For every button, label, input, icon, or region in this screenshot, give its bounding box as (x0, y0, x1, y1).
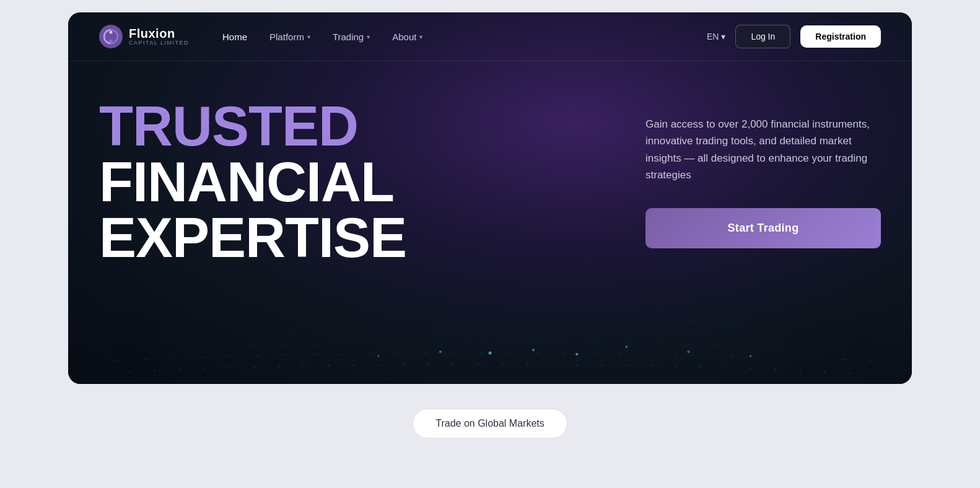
svg-point-27 (799, 370, 801, 372)
svg-point-74 (688, 343, 689, 344)
hero-title: TRUSTED FINANCIAL EXPERTISE (99, 98, 406, 266)
start-trading-button[interactable]: Start Trading (645, 208, 881, 248)
nav-item-trading[interactable]: Trading ▾ (324, 27, 378, 47)
svg-point-68 (502, 342, 503, 343)
svg-point-17 (551, 364, 553, 365)
svg-point-1 (154, 370, 156, 372)
logo[interactable]: Fluxion CAPITAL LIMITED (99, 25, 189, 48)
svg-point-69 (533, 342, 534, 343)
hero-card: Fluxion CAPITAL LIMITED Home Platform ▾ … (68, 12, 912, 384)
nav-right: EN ▾ Log In Registration (707, 25, 881, 48)
svg-point-118 (687, 351, 689, 353)
svg-point-71 (595, 342, 596, 343)
svg-point-116 (439, 351, 442, 353)
svg-point-39 (369, 353, 370, 354)
svg-point-84 (403, 331, 404, 333)
hero-left: TRUSTED FINANCIAL EXPERTISE (99, 98, 406, 266)
svg-point-7 (303, 365, 305, 367)
svg-point-25 (750, 367, 751, 369)
svg-point-46 (564, 352, 565, 354)
svg-point-51 (703, 354, 704, 355)
svg-point-41 (424, 352, 426, 354)
svg-point-21 (650, 365, 652, 367)
svg-line-121 (378, 322, 428, 378)
svg-point-24 (725, 367, 727, 368)
svg-point-78 (812, 346, 813, 347)
svg-point-117 (377, 355, 380, 357)
logo-subtitle: CAPITAL LIMITED (129, 40, 189, 46)
svg-point-4 (229, 367, 230, 368)
svg-point-18 (576, 364, 578, 366)
svg-point-26 (774, 368, 776, 370)
nav-item-about[interactable]: About ▾ (383, 27, 431, 47)
hero-title-line1: TRUSTED (99, 98, 406, 154)
svg-point-125 (110, 40, 113, 43)
svg-point-72 (626, 342, 627, 344)
nav-item-platform[interactable]: Platform ▾ (261, 27, 319, 47)
bottom-section: Trade on Global Markets (413, 409, 567, 438)
svg-point-8 (328, 365, 330, 367)
svg-point-29 (849, 372, 851, 374)
svg-point-28 (824, 371, 826, 373)
svg-point-23 (700, 366, 702, 368)
svg-point-114 (575, 353, 578, 355)
nav-links: Home Platform ▾ Trading ▾ About ▾ (214, 27, 431, 47)
svg-point-61 (285, 344, 286, 346)
lang-chevron-icon: ▾ (721, 32, 725, 41)
page-wrapper: Fluxion CAPITAL LIMITED Home Platform ▾ … (0, 0, 980, 451)
svg-point-20 (626, 365, 628, 367)
svg-point-90 (626, 331, 628, 333)
svg-point-60 (253, 345, 255, 346)
logo-name: Fluxion (129, 27, 189, 40)
platform-chevron-icon: ▾ (307, 33, 310, 40)
hero-content: TRUSTED FINANCIAL EXPERTISE Gain access … (68, 61, 912, 315)
svg-point-124 (110, 31, 113, 34)
svg-point-48 (619, 353, 621, 354)
register-button[interactable]: Registration (800, 25, 881, 48)
svg-point-55 (815, 357, 816, 359)
login-button[interactable]: Log In (735, 25, 790, 48)
svg-point-45 (536, 352, 537, 354)
svg-point-73 (657, 342, 658, 344)
svg-point-89 (588, 331, 590, 332)
language-selector[interactable]: EN ▾ (707, 32, 725, 41)
svg-point-10 (377, 364, 379, 366)
logo-text: Fluxion CAPITAL LIMITED (129, 27, 189, 46)
svg-point-22 (675, 365, 677, 367)
svg-point-113 (532, 349, 535, 351)
svg-point-52 (731, 355, 732, 356)
svg-line-122 (552, 322, 602, 378)
hero-title-line3: EXPERTISE (99, 210, 406, 266)
svg-point-101 (608, 319, 608, 320)
logo-icon (99, 25, 123, 48)
svg-point-5 (253, 366, 255, 368)
svg-point-102 (651, 320, 652, 320)
svg-point-76 (750, 344, 751, 346)
svg-point-16 (527, 364, 528, 365)
svg-point-86 (477, 331, 478, 332)
svg-point-14 (476, 364, 478, 365)
svg-point-6 (278, 365, 280, 367)
nav-item-home[interactable]: Home (214, 27, 256, 47)
svg-point-100 (564, 319, 564, 320)
svg-point-53 (759, 355, 760, 357)
hero-description: Gain access to over 2,000 financial inst… (645, 116, 881, 183)
svg-point-82 (328, 333, 330, 334)
svg-point-123 (99, 25, 123, 48)
svg-point-34 (229, 355, 230, 357)
svg-point-32 (173, 357, 174, 359)
nav-left: Fluxion CAPITAL LIMITED Home Platform ▾ … (99, 25, 431, 48)
about-chevron-icon: ▾ (419, 33, 422, 40)
svg-point-81 (291, 334, 292, 335)
hero-right: Gain access to over 2,000 financial inst… (645, 116, 881, 248)
svg-point-97 (434, 320, 434, 320)
trade-on-global-markets-badge[interactable]: Trade on Global Markets (413, 409, 567, 438)
svg-point-49 (647, 354, 649, 355)
svg-point-2 (179, 368, 181, 370)
svg-point-50 (675, 354, 676, 355)
svg-point-119 (750, 355, 752, 357)
svg-point-91 (663, 332, 665, 333)
svg-point-11 (402, 364, 404, 365)
svg-point-3 (204, 367, 206, 369)
svg-point-77 (781, 345, 782, 346)
